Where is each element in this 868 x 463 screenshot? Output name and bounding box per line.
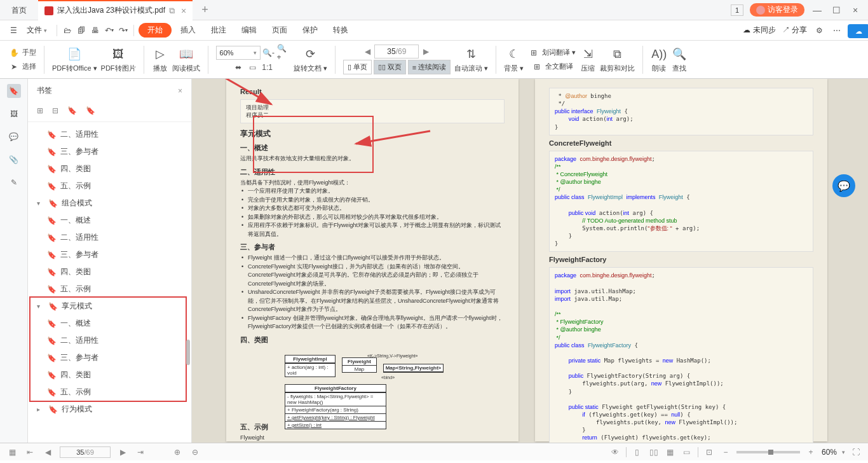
- tab-document[interactable]: 深入浅出Java 23种设计模式.pdf ⧉ ×: [38, 0, 193, 20]
- st-view2-icon[interactable]: ▯▯: [648, 448, 660, 457]
- save-icon[interactable]: 🗐: [76, 25, 87, 36]
- st-collapse-icon[interactable]: ⊖: [189, 448, 201, 457]
- signature-panel-icon[interactable]: ✎: [7, 176, 21, 190]
- thumbnail-panel-icon[interactable]: 🖼: [7, 107, 21, 121]
- redo-icon[interactable]: ↷▾: [118, 25, 129, 36]
- bookmark-item[interactable]: 🔖四、类图: [28, 263, 191, 280]
- st-fullscreen-icon[interactable]: ⛶: [850, 448, 862, 457]
- bookmark-item[interactable]: 🔖四、类图: [28, 160, 191, 177]
- maximize-button[interactable]: ☐: [830, 5, 843, 15]
- hand-tool[interactable]: ✋手型: [8, 46, 36, 59]
- bm-tool-2[interactable]: ⊟: [52, 106, 58, 115]
- sync-status[interactable]: ☁ 未同步: [743, 25, 775, 36]
- pdf-to-image-button[interactable]: 🖼PDF转图片: [101, 46, 136, 73]
- print-icon[interactable]: 🖶: [90, 25, 101, 36]
- st-view3-icon[interactable]: ▦: [665, 448, 676, 457]
- st-fit-icon[interactable]: ⊡: [703, 448, 715, 457]
- bookmark-item[interactable]: 🔖一、概述: [28, 212, 191, 229]
- menu-convert[interactable]: 转换: [327, 25, 355, 36]
- close-button[interactable]: ×: [849, 5, 862, 15]
- bookmark-item[interactable]: 🔖五、示例: [28, 280, 191, 298]
- bm-tool-4[interactable]: 🔖: [86, 106, 95, 115]
- st-last-icon[interactable]: ⇥: [135, 448, 146, 457]
- st-view1-icon[interactable]: ▯: [632, 448, 643, 457]
- login-button[interactable]: 访客登录: [750, 3, 804, 17]
- left-sidebar: 🔖 🖼 💬 📎 ✎: [0, 79, 28, 443]
- rotate-button[interactable]: ⟳旋转文档 ▾: [294, 46, 327, 73]
- menu-page[interactable]: 页面: [266, 25, 294, 36]
- bookmark-item[interactable]: 🔖三、参与者: [28, 246, 191, 263]
- tab-home[interactable]: 首页: [0, 0, 38, 20]
- st-next-icon[interactable]: ▶: [117, 448, 128, 457]
- document-area[interactable]: Result 项目助理 程序员二 享元模式 一、概述 运用共享技术有效地支持大量…: [192, 79, 868, 443]
- zoom-slider[interactable]: [736, 451, 800, 453]
- zoom-in-icon[interactable]: 🔍+: [277, 46, 290, 59]
- st-thumbnails-icon[interactable]: ▦: [6, 448, 18, 457]
- fit-width-icon[interactable]: ⬌: [232, 61, 245, 74]
- more-icon[interactable]: ⋯: [831, 25, 843, 36]
- play-button[interactable]: ▷播放: [152, 46, 168, 73]
- menu-edit[interactable]: 编辑: [235, 25, 263, 36]
- background-button[interactable]: ☾背景 ▾: [504, 46, 524, 73]
- cloud-badge[interactable]: ☁: [848, 24, 868, 38]
- bookmark-item[interactable]: 🔖五、示例: [28, 177, 191, 195]
- zoom-out-icon[interactable]: 🔍-: [262, 46, 275, 59]
- pdf-to-office-button[interactable]: 📄PDF转Office ▾: [52, 46, 97, 73]
- window-count[interactable]: 1: [731, 4, 743, 16]
- comment-panel-icon[interactable]: 💬: [7, 130, 21, 144]
- compress-button[interactable]: ⇲压缩: [580, 46, 596, 73]
- st-expand-icon[interactable]: ⊕: [172, 448, 183, 457]
- attachment-panel-icon[interactable]: 📎: [7, 153, 21, 167]
- st-eye-icon[interactable]: 👁: [609, 448, 621, 457]
- menu-insert[interactable]: 插入: [174, 25, 202, 36]
- minimize-button[interactable]: —: [811, 5, 824, 15]
- assistant-float-button[interactable]: 💬: [832, 174, 855, 197]
- scrollbar-thumb[interactable]: [186, 340, 190, 365]
- st-first-icon[interactable]: ⇤: [24, 448, 36, 457]
- read-aloud-button[interactable]: A))朗读: [651, 46, 667, 73]
- first-page-button[interactable]: ◀: [362, 47, 372, 56]
- bookmark-item[interactable]: ▸🔖行为模式: [28, 401, 191, 418]
- open-icon[interactable]: 🗁: [62, 25, 73, 36]
- read-mode-button[interactable]: 📖阅读模式: [172, 46, 200, 73]
- share-button[interactable]: ↗ 分享: [782, 25, 807, 36]
- menu-protect[interactable]: 保护: [296, 25, 324, 36]
- bookmark-item[interactable]: 🔖三、参与者: [28, 143, 191, 160]
- double-page-button[interactable]: ▯▯ 双页: [374, 60, 406, 74]
- st-page-input[interactable]: 35/69: [60, 446, 111, 458]
- single-page-button[interactable]: ▯ 单页: [343, 60, 372, 74]
- menu-annotate[interactable]: 批注: [205, 25, 233, 36]
- st-zoom-out-icon[interactable]: −: [720, 448, 731, 457]
- auto-scroll-button[interactable]: ⇅自动滚动 ▾: [454, 46, 488, 73]
- st-view4-icon[interactable]: ▭: [681, 448, 693, 457]
- st-prev-icon[interactable]: ◀: [42, 448, 53, 457]
- undo-icon[interactable]: ↶▾: [104, 25, 115, 36]
- select-tool[interactable]: ➤选择: [8, 60, 36, 73]
- next-page-button[interactable]: ▶: [421, 47, 431, 56]
- bookmark-item[interactable]: 🔖二、适用性: [28, 229, 191, 246]
- bookmark-panel-icon[interactable]: 🔖: [7, 84, 21, 98]
- close-panel-icon[interactable]: ×: [178, 86, 182, 95]
- zoom-input[interactable]: 60%▾: [216, 46, 261, 60]
- menu-icon[interactable]: ☰: [8, 25, 19, 36]
- st-zoom-value[interactable]: 60%: [822, 448, 837, 457]
- gear-icon[interactable]: ⚙: [813, 25, 825, 36]
- bookmark-item[interactable]: ▾🔖组合模式: [28, 195, 191, 212]
- bookmark-item[interactable]: 🔖二、适用性: [28, 126, 191, 143]
- menu-file[interactable]: 文件 ▾: [22, 25, 52, 36]
- actual-size-icon[interactable]: 1:1: [261, 61, 274, 74]
- bm-tool-3[interactable]: 🔖: [67, 106, 77, 115]
- bm-tool-1[interactable]: ⊞: [37, 106, 43, 115]
- close-tab-icon[interactable]: ×: [181, 6, 186, 16]
- page-input[interactable]: 35/69: [374, 45, 419, 59]
- crop-compare-button[interactable]: ⧉裁剪和对比: [600, 46, 635, 73]
- add-tab-button[interactable]: +: [193, 3, 217, 17]
- float-icon[interactable]: ⧉: [169, 6, 175, 16]
- find-button[interactable]: 🔍查找: [671, 46, 688, 73]
- full-translate-button[interactable]: ⊞全文翻译: [531, 60, 573, 73]
- st-zoom-in-icon[interactable]: +: [805, 448, 817, 457]
- menu-start[interactable]: 开始: [139, 23, 172, 38]
- word-translate-button[interactable]: ⊞划词翻译 ▾: [527, 46, 576, 59]
- fit-page-icon[interactable]: ▭: [247, 61, 259, 74]
- continuous-button[interactable]: ≡ 连续阅读: [408, 60, 451, 74]
